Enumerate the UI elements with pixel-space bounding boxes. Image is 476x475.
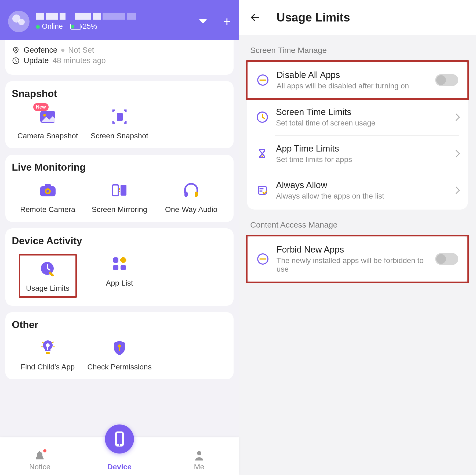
toggle-disable-all[interactable] (435, 74, 458, 86)
row-subtitle: The newly installed apps will be forbidd… (277, 256, 428, 274)
svg-rect-12 (119, 191, 120, 192)
bottom-nav: Notice Device Me (0, 437, 239, 475)
tile-label: One-Way Audio (165, 205, 217, 214)
update-value: 48 minutes ago (53, 56, 106, 65)
svg-rect-9 (112, 185, 118, 196)
device-header-info: Online 25% (36, 13, 193, 31)
tile-check-permissions[interactable]: Check Permissions (83, 338, 155, 371)
svg-rect-16 (113, 257, 118, 263)
divider (215, 16, 215, 27)
device-header: Online 25% + (0, 0, 239, 40)
avatar[interactable] (8, 11, 30, 32)
highlight-box: Usage Limits (19, 254, 77, 298)
tile-usage-limits[interactable]: Usage Limits (12, 254, 83, 298)
phone-icon (114, 431, 125, 447)
svg-rect-23 (119, 347, 120, 351)
tile-find-childs-app[interactable]: Find Child's App (12, 338, 83, 371)
back-arrow-icon[interactable] (250, 12, 260, 23)
chevron-right-icon (452, 113, 460, 121)
list-check-icon (256, 184, 268, 196)
tile-label: Screen Snapshot (91, 132, 148, 140)
nav-label: Me (194, 463, 204, 471)
section-title: Snapshot (12, 88, 227, 99)
content-access-card: Forbid New Apps The newly installed apps… (247, 235, 468, 283)
tile-remote-camera[interactable]: Remote Camera (12, 181, 83, 214)
shield-icon (112, 340, 127, 356)
dropdown-icon[interactable] (199, 19, 207, 24)
row-title: Always Allow (276, 180, 446, 190)
forbid-icon (257, 253, 269, 265)
svg-rect-21 (46, 352, 50, 354)
nav-label: Notice (29, 463, 50, 471)
update-row[interactable]: Update 48 minutes ago (12, 56, 227, 65)
row-forbid-new-apps[interactable]: Forbid New Apps The newly installed apps… (248, 236, 467, 282)
photo-icon (39, 109, 56, 124)
tile-one-way-audio[interactable]: One-Way Audio (155, 181, 227, 214)
tile-app-list[interactable]: App List (83, 254, 155, 298)
row-title: Screen Time Limits (276, 107, 446, 117)
row-disable-all-apps[interactable]: Disable All Apps All apps will be disabl… (248, 62, 467, 98)
row-always-allow[interactable]: Always Allow Always allow the apps on th… (247, 172, 468, 208)
clock-icon (12, 57, 20, 65)
row-screen-time-limits[interactable]: Screen Time Limits Set total time of scr… (247, 99, 468, 135)
svg-rect-14 (195, 192, 198, 197)
status-dot-icon (61, 49, 64, 52)
svg-rect-18 (113, 265, 118, 270)
mirror-icon (111, 183, 128, 198)
add-device-button[interactable]: + (223, 15, 231, 28)
update-label: Update (24, 56, 49, 65)
nav-notice[interactable]: Notice (0, 437, 80, 475)
nav-me[interactable]: Me (159, 437, 239, 475)
geofence-label: Geofence (24, 46, 57, 55)
nav-device-bubble (105, 424, 134, 454)
section-label-content-access: Content Access Manage (250, 220, 468, 229)
clock-icon (256, 111, 268, 123)
svg-rect-19 (121, 265, 126, 270)
svg-rect-26 (117, 433, 122, 444)
row-subtitle: All apps will be disabled after turning … (277, 82, 428, 90)
device-panel: Online 25% + Geofence Not Set Update 48 … (0, 0, 239, 475)
person-icon (194, 450, 205, 461)
tile-screen-snapshot[interactable]: Screen Snapshot (83, 107, 155, 140)
battery-icon (70, 24, 81, 30)
status-online: Online (36, 22, 63, 31)
toggle-forbid-new[interactable] (435, 253, 458, 265)
svg-rect-11 (119, 188, 120, 190)
lightbulb-icon (41, 339, 55, 356)
tile-label: Check Permissions (87, 363, 152, 371)
usage-limits-icon (40, 261, 56, 277)
usage-limits-panel: Usage Limits Screen Time Manage Disable … (239, 0, 476, 475)
svg-rect-6 (45, 184, 51, 187)
geofence-icon (12, 46, 20, 54)
other-section: Other Find Child's App Check Permissions… (5, 312, 234, 379)
row-title: Disable All Apps (277, 70, 428, 80)
row-subtitle: Set total time of screen usage (276, 119, 446, 127)
live-monitoring-section: Live Monitoring Remote Camera Screen Mir… (5, 155, 234, 222)
svg-point-28 (197, 451, 201, 455)
page-title: Usage Limits (277, 11, 350, 24)
row-app-time-limits[interactable]: App Time Limits Set time limits for apps (247, 135, 468, 172)
row-title: App Time Limits (276, 143, 446, 154)
snapshot-section: Snapshot New Camera Snapshot Screen Snap… (5, 81, 234, 148)
row-subtitle: Always allow the apps on the list (276, 192, 446, 200)
tile-camera-snapshot[interactable]: New Camera Snapshot (12, 107, 83, 140)
camera-icon (39, 183, 57, 197)
app-list-icon (112, 256, 127, 271)
geofence-row[interactable]: Geofence Not Set (12, 46, 227, 55)
device-activity-section: Device Activity Usage Limits App List (5, 228, 234, 306)
svg-rect-4 (117, 113, 123, 121)
highlight-box: Forbid New Apps The newly installed apps… (246, 235, 469, 283)
section-title: Other (12, 319, 227, 330)
tile-label: Screen Mirroring (92, 205, 147, 214)
nav-device[interactable]: Device (80, 437, 159, 475)
device-info-card: Geofence Not Set Update 48 minutes ago (5, 40, 234, 75)
tile-screen-mirroring[interactable]: Screen Mirroring (83, 181, 155, 214)
nav-label: Device (107, 463, 132, 471)
disable-icon (257, 74, 269, 86)
highlight-box: Disable All Apps All apps will be disabl… (246, 60, 469, 100)
svg-point-27 (119, 444, 120, 446)
tile-label: Camera Snapshot (17, 132, 78, 140)
battery-status: 25% (70, 22, 97, 31)
tile-label: Remote Camera (20, 205, 75, 214)
svg-rect-17 (119, 256, 127, 264)
